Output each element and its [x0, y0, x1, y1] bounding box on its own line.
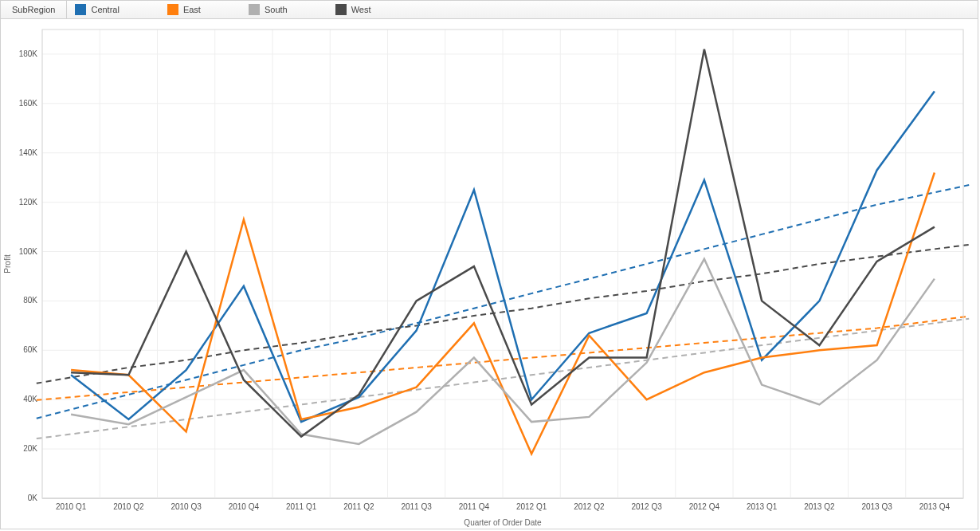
- legend-label: South: [265, 5, 288, 14]
- legend-label: West: [351, 5, 371, 14]
- legend-item-central[interactable]: Central: [75, 4, 119, 15]
- x-tick-label: 2012 Q4: [689, 502, 720, 511]
- plot-area[interactable]: 0K20K40K60K80K100K120K140K160K180K2010 Q…: [1, 18, 978, 529]
- y-tick-label: 40K: [23, 395, 37, 403]
- x-axis-label: Quarter of Order Date: [464, 518, 542, 527]
- legend-item-south[interactable]: South: [249, 4, 288, 15]
- y-tick-label: 140K: [19, 148, 38, 157]
- x-tick-label: 2011 Q2: [343, 502, 374, 511]
- legend-label: East: [183, 5, 201, 14]
- x-tick-label: 2010 Q1: [56, 502, 87, 511]
- x-tick-label: 2012 Q3: [631, 502, 662, 511]
- x-tick-label: 2013 Q3: [861, 502, 892, 511]
- x-tick-label: 2010 Q2: [113, 502, 144, 511]
- legend-item-west[interactable]: West: [335, 4, 371, 15]
- y-tick-label: 60K: [23, 345, 37, 354]
- y-tick-label: 160K: [19, 99, 38, 108]
- x-tick-label: 2012 Q2: [574, 502, 605, 511]
- y-tick-label: 100K: [19, 247, 38, 256]
- x-tick-label: 2010 Q4: [229, 502, 260, 511]
- legend-swatch-icon: [75, 4, 86, 15]
- legend-swatch-icon: [249, 4, 260, 15]
- x-tick-label: 2011 Q1: [286, 502, 317, 511]
- legend-label: Central: [91, 5, 119, 14]
- x-tick-label: 2013 Q1: [747, 502, 778, 511]
- y-axis-label: Profit: [3, 254, 12, 273]
- legend-items: CentralEastSouthWest: [67, 1, 418, 18]
- y-tick-label: 80K: [23, 296, 37, 305]
- x-tick-label: 2013 Q4: [919, 502, 951, 511]
- legend-swatch-icon: [335, 4, 347, 15]
- x-tick-label: 2011 Q3: [401, 502, 432, 511]
- y-tick-label: 0K: [28, 494, 38, 502]
- chart-container: SubRegion CentralEastSouthWest 0K20K40K6…: [0, 0, 978, 529]
- y-tick-label: 120K: [19, 198, 38, 206]
- legend-item-east[interactable]: East: [167, 4, 201, 15]
- x-tick-label: 2012 Q1: [516, 502, 547, 511]
- x-tick-label: 2010 Q3: [171, 502, 202, 511]
- x-tick-label: 2011 Q4: [459, 502, 490, 511]
- chart-svg: 0K20K40K60K80K100K120K140K160K180K2010 Q…: [1, 18, 978, 529]
- legend-title: SubRegion: [1, 1, 67, 18]
- y-tick-label: 180K: [19, 49, 38, 58]
- y-tick-label: 20K: [23, 444, 37, 453]
- legend-swatch-icon: [167, 4, 178, 15]
- legend-bar: SubRegion CentralEastSouthWest: [1, 1, 978, 19]
- x-tick-label: 2013 Q2: [804, 502, 835, 511]
